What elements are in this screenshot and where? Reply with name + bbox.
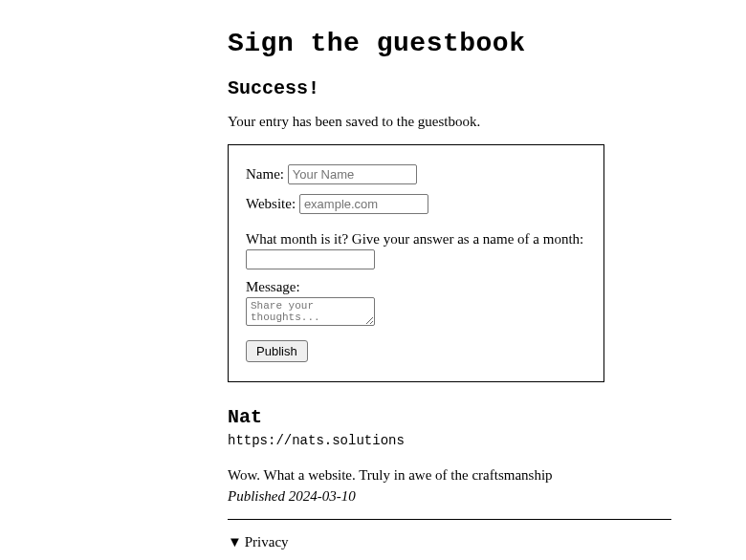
- success-message: Your entry has been saved to the guestbo…: [228, 114, 671, 130]
- privacy-summary[interactable]: ▼ Privacy: [228, 534, 671, 550]
- publish-button[interactable]: Publish: [246, 340, 308, 362]
- divider: [228, 519, 671, 520]
- name-label: Name:: [246, 166, 284, 182]
- name-input[interactable]: [288, 164, 417, 184]
- success-heading: Success!: [228, 77, 671, 99]
- disclosure-triangle-icon: ▼: [228, 534, 241, 550]
- entry-message: Wow. What a website. Truly in awe of the…: [228, 467, 671, 484]
- entry-url[interactable]: https://nats.solutions: [228, 433, 671, 448]
- website-label: Website:: [246, 196, 296, 211]
- privacy-label: Privacy: [245, 534, 289, 549]
- captcha-input[interactable]: [246, 249, 375, 269]
- message-label: Message:: [246, 279, 300, 294]
- captcha-label: What month is it? Give your answer as a …: [246, 231, 583, 247]
- guestbook-form: Name: Website: What month is it? Give yo…: [228, 144, 604, 382]
- entry-date: Published 2024-03-10: [228, 488, 671, 505]
- entry-author: Nat: [228, 406, 671, 428]
- message-textarea[interactable]: [246, 297, 375, 326]
- website-input[interactable]: [299, 194, 428, 214]
- page-title: Sign the guestbook: [228, 29, 671, 58]
- privacy-details[interactable]: ▼ Privacy To prevent spam, this guestboo…: [228, 534, 671, 560]
